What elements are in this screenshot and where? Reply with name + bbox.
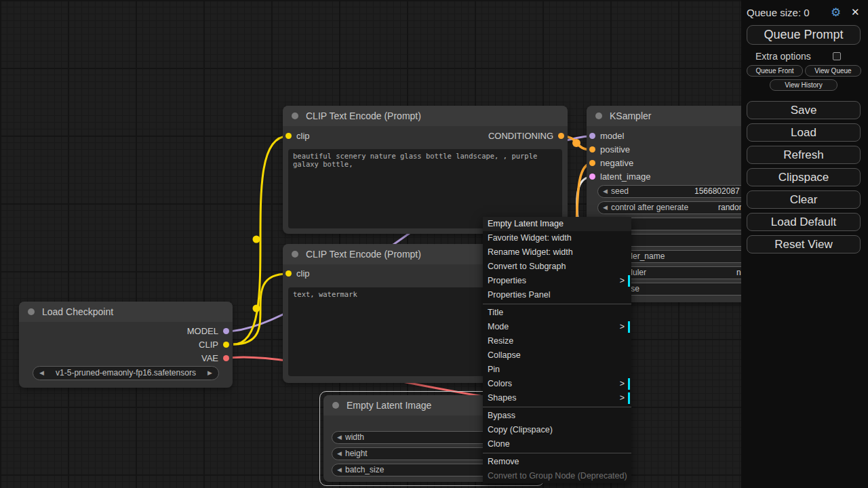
model-input-dot[interactable]: [589, 133, 595, 139]
input-slot-clip[interactable]: clip: [283, 267, 418, 281]
queue-prompt-button[interactable]: Queue Prompt: [747, 25, 861, 45]
menu-item-resize[interactable]: Resize: [483, 334, 631, 348]
menu-item-pin[interactable]: Pin: [483, 363, 631, 377]
menu-separator: [483, 407, 631, 407]
menu-item-convert-to-subgraph[interactable]: Convert to Subgraph: [483, 260, 631, 274]
menu-item-mode[interactable]: Mode>: [483, 320, 631, 334]
menu-item-copy-clipspace[interactable]: Copy (Clipspace): [483, 423, 631, 437]
menu-item-favorite-widget[interactable]: Favorite Widget: width: [483, 231, 631, 245]
menu-item-collapse[interactable]: Collapse: [483, 348, 631, 363]
submenu-accent-bar: [628, 321, 630, 333]
queue-panel: Queue size: 0 ⚙ ✕ Queue Prompt Extra opt…: [741, 0, 868, 488]
combo-right-arrow-icon[interactable]: ▶: [208, 367, 212, 380]
queue-size-label: Queue size: 0: [747, 7, 810, 18]
extra-options-label: Extra options: [755, 51, 811, 62]
collapse-dot-icon[interactable]: [595, 113, 602, 119]
conditioning-output-dot[interactable]: [558, 133, 564, 139]
submenu-accent-bar: [628, 275, 630, 287]
node-title-label: CLIP Text Encode (Prompt): [306, 110, 421, 121]
link-dot[interactable]: [253, 305, 260, 312]
output-slot-conditioning[interactable]: CONDITIONING: [283, 129, 568, 143]
stepper-left-arrow-icon[interactable]: ◀: [603, 202, 608, 214]
submenu-arrow-icon: >: [620, 391, 625, 405]
input-slot-latent-image[interactable]: latent_image: [587, 170, 736, 184]
menu-separator: [483, 453, 631, 453]
load-button[interactable]: Load: [747, 123, 861, 142]
view-queue-button[interactable]: View Queue: [805, 65, 861, 77]
collapse-dot-icon[interactable]: [332, 402, 339, 409]
input-slot-model[interactable]: model: [587, 129, 736, 143]
node-title-label: Load Checkpoint: [42, 306, 113, 317]
clipspace-button[interactable]: Clipspace: [747, 168, 861, 186]
output-slot-vae[interactable]: VAE: [19, 352, 233, 365]
stepper-left-arrow-icon[interactable]: ◀: [337, 432, 342, 443]
input-slot-negative[interactable]: negative: [587, 157, 736, 170]
stepper-left-arrow-icon[interactable]: ◀: [337, 464, 342, 476]
vae-output-dot[interactable]: [223, 355, 229, 361]
collapse-dot-icon[interactable]: [292, 251, 298, 258]
menu-item-convert-to-group-node: Convert to Group Node (Deprecated): [483, 469, 631, 483]
view-history-button[interactable]: View History: [770, 79, 837, 91]
menu-item-clone[interactable]: Clone: [483, 437, 631, 451]
menu-item-properties-panel[interactable]: Properties Panel: [483, 288, 631, 302]
node-load-checkpoint[interactable]: Load Checkpoint MODEL CLIP VAE ◀ v1-5-pr…: [19, 302, 233, 388]
submenu-accent-bar: [628, 392, 630, 404]
node-titlebar[interactable]: CLIP Text Encode (Prompt): [283, 106, 568, 126]
menu-item-shapes[interactable]: Shapes>: [483, 391, 631, 405]
refresh-button[interactable]: Refresh: [747, 146, 861, 164]
conditioning-input-dot[interactable]: [589, 160, 595, 166]
clear-button[interactable]: Clear: [747, 190, 861, 209]
save-button[interactable]: Save: [747, 101, 861, 119]
link-dot[interactable]: [253, 236, 260, 243]
load-default-button[interactable]: Load Default: [747, 213, 861, 231]
conditioning-input-dot[interactable]: [589, 146, 595, 152]
output-slot-model[interactable]: MODEL: [19, 325, 233, 338]
node-context-menu: Empty Latent Image Favorite Widget: widt…: [483, 217, 631, 483]
menu-item-rename-widget[interactable]: Rename Widget: width: [483, 245, 631, 260]
context-menu-title: Empty Latent Image: [483, 217, 631, 231]
menu-item-colors[interactable]: Colors>: [483, 377, 631, 391]
menu-separator: [483, 304, 631, 304]
settings-gear-icon[interactable]: ⚙: [831, 5, 841, 20]
clip-input-dot[interactable]: [285, 270, 292, 277]
graph-canvas[interactable]: Load Checkpoint MODEL CLIP VAE ◀ v1-5-pr…: [0, 0, 868, 488]
stepper-left-arrow-icon[interactable]: ◀: [337, 448, 342, 460]
submenu-arrow-icon: >: [620, 320, 625, 334]
submenu-arrow-icon: >: [620, 274, 625, 288]
node-clip-text-encode-positive[interactable]: CLIP Text Encode (Prompt) clip CONDITION…: [283, 106, 568, 234]
node-title-label: CLIP Text Encode (Prompt): [306, 249, 421, 260]
extra-options-checkbox[interactable]: [833, 52, 841, 60]
queue-front-button[interactable]: Queue Front: [747, 65, 803, 77]
stepper-left-arrow-icon[interactable]: ◀: [603, 186, 608, 197]
latent-input-dot[interactable]: [589, 174, 595, 180]
close-panel-icon[interactable]: ✕: [851, 6, 860, 18]
collapse-dot-icon[interactable]: [28, 308, 35, 315]
node-title-label: KSampler: [610, 110, 651, 121]
clip-output-dot[interactable]: [223, 342, 229, 348]
model-output-dot[interactable]: [223, 328, 229, 334]
menu-item-remove[interactable]: Remove: [483, 455, 631, 469]
input-slot-positive[interactable]: positive: [587, 143, 736, 157]
collapse-dot-icon[interactable]: [292, 113, 298, 119]
reset-view-button[interactable]: Reset View: [747, 235, 861, 253]
combo-left-arrow-icon[interactable]: ◀: [39, 367, 44, 380]
menu-item-bypass[interactable]: Bypass: [483, 409, 631, 423]
submenu-accent-bar: [628, 378, 630, 390]
node-titlebar[interactable]: Load Checkpoint: [19, 302, 233, 322]
link-dot[interactable]: [572, 139, 580, 147]
submenu-arrow-icon: >: [620, 377, 625, 391]
ckpt-name-value: v1-5-pruned-emaonly-fp16.safetensors: [56, 368, 196, 378]
output-slot-clip[interactable]: CLIP: [19, 338, 233, 352]
node-title-label: Empty Latent Image: [347, 400, 431, 411]
ckpt-name-combo[interactable]: ◀ v1-5-pruned-emaonly-fp16.safetensors ▶: [33, 366, 219, 380]
menu-item-title[interactable]: Title: [483, 306, 631, 320]
menu-item-properties[interactable]: Properties>: [483, 274, 631, 288]
